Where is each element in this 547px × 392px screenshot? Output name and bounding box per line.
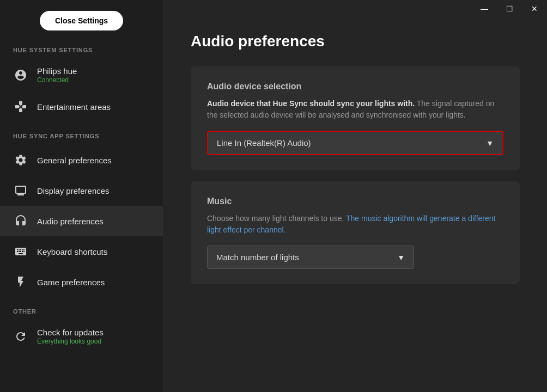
music-description-normal: Choose how many light channels to use. [207,214,344,223]
audio-device-card: Audio device selection Audio device that… [191,66,520,170]
sidebar-item-general-label: General preferences [37,156,112,165]
monitor-icon [13,183,28,198]
sidebar-item-updates-sublabel: Everything looks good [37,338,104,345]
sidebar-item-philips-hue-sublabel: Connected [37,76,77,84]
sidebar-item-display-text: Display preferences [37,186,110,195]
sidebar-separator-1 [0,122,163,133]
sidebar-item-updates-label: Check for updates [37,328,104,337]
headphones-icon [13,213,28,229]
camera-icon [13,68,28,83]
sidebar-item-keyboard-text: Keyboard shortcuts [37,247,107,256]
sidebar-item-entertainment-label: Entertainment areas [37,102,111,112]
minimize-button[interactable]: — [472,0,497,17]
close-settings-button[interactable]: Close Settings [40,11,123,30]
app-settings-label: HUE SYNC APP SETTINGS [0,133,163,145]
sidebar-item-check-updates[interactable]: Check for updates Everything looks good [0,320,163,353]
music-card: Music Choose how many light channels to … [191,181,520,284]
sidebar-item-entertainment-text: Entertainment areas [37,102,111,112]
close-button[interactable]: ✕ [522,0,547,17]
sidebar-item-updates-text: Check for updates Everything looks good [37,328,104,345]
sidebar-item-philips-hue[interactable]: Philips hue Connected [0,59,163,91]
app-container: Close Settings HUE SYSTEM SETTINGS Phili… [0,0,547,392]
music-chevron-down-icon: ▼ [397,253,405,262]
gear-icon [13,152,28,168]
sidebar-separator-2 [0,297,163,308]
audio-device-card-description: Audio device that Hue Sync should sync y… [207,98,503,121]
lightning-icon [13,274,28,290]
sidebar-item-philips-hue-label: Philips hue [37,66,77,76]
music-card-description: Choose how many light channels to use. T… [207,213,503,236]
title-bar: — ☐ ✕ [472,0,547,17]
sidebar-item-keyboard-label: Keyboard shortcuts [37,247,107,256]
music-card-title: Music [207,197,503,206]
sidebar-item-game-text: Game preferences [37,278,105,287]
keyboard-icon [13,244,28,259]
other-label: OTHER [0,308,163,320]
refresh-icon [13,329,28,344]
maximize-button[interactable]: ☐ [497,0,522,17]
sidebar-item-entertainment-areas[interactable]: Entertainment areas [0,91,163,122]
sidebar-item-audio-text: Audio preferences [37,217,104,226]
sidebar-item-game-label: Game preferences [37,278,105,287]
audio-device-card-title: Audio device selection [207,82,503,91]
sidebar: Close Settings HUE SYSTEM SETTINGS Phili… [0,0,163,392]
main-content: Audio preferences Audio device selection… [163,0,547,392]
sidebar-item-general-text: General preferences [37,156,112,165]
system-settings-label: HUE SYSTEM SETTINGS [0,47,163,59]
page-title: Audio preferences [191,33,520,50]
music-channels-dropdown[interactable]: Match number of lights ▼ [207,246,414,269]
chevron-down-icon: ▼ [486,139,494,148]
audio-device-dropdown-text: Line In (Realtek(R) Audio) [217,138,311,148]
sidebar-item-display-label: Display preferences [37,186,110,195]
gamepad-icon [13,99,28,114]
audio-device-dropdown[interactable]: Line In (Realtek(R) Audio) ▼ [207,131,503,155]
music-channels-dropdown-text: Match number of lights [216,253,299,262]
audio-device-description-bold: Audio device that Hue Sync should sync y… [207,99,415,108]
sidebar-item-philips-hue-text: Philips hue Connected [37,66,77,84]
sidebar-item-audio-preferences[interactable]: Audio preferences [0,206,163,236]
sidebar-item-general-preferences[interactable]: General preferences [0,145,163,175]
sidebar-item-display-preferences[interactable]: Display preferences [0,175,163,206]
sidebar-item-game-preferences[interactable]: Game preferences [0,267,163,297]
sidebar-item-keyboard-shortcuts[interactable]: Keyboard shortcuts [0,236,163,267]
sidebar-item-audio-label: Audio preferences [37,217,104,226]
